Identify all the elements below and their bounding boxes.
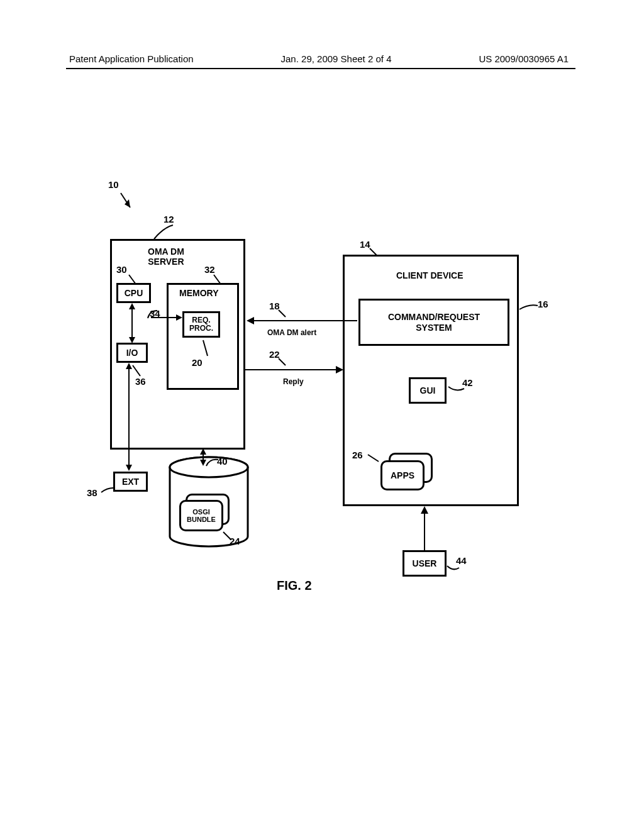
svg-marker-12 <box>126 363 132 369</box>
svg-line-27 <box>368 455 379 462</box>
user-label: USER <box>413 558 437 568</box>
ref-42-lead <box>447 385 465 394</box>
ref-14-lead <box>368 246 380 258</box>
svg-marker-7 <box>129 303 135 309</box>
ref-24-lead <box>221 530 234 541</box>
ref-18-lead <box>277 308 289 319</box>
header-left: Patent Application Publication <box>69 53 194 64</box>
cpu-io-arrow <box>126 303 138 343</box>
alert-label: OMA DM alert <box>267 328 316 337</box>
svg-line-16 <box>223 532 231 540</box>
ref-38-lead <box>99 486 115 495</box>
ref-10-lead <box>116 189 135 214</box>
io-box: I/O <box>116 343 148 363</box>
svg-marker-29 <box>421 506 428 514</box>
page-header: Patent Application Publication Jan. 29, … <box>0 53 644 64</box>
req-proc-label: REQ. PROC. <box>189 316 213 333</box>
svg-marker-8 <box>129 337 135 343</box>
svg-marker-19 <box>200 460 206 466</box>
ref-26: 26 <box>352 450 363 460</box>
ref-38: 38 <box>87 487 97 498</box>
header-right: US 2009/0030965 A1 <box>479 53 569 64</box>
apps-label: APPS <box>391 470 414 480</box>
svg-marker-13 <box>126 465 132 471</box>
figure-2-diagram: 10 OMA DM SERVER 12 30 32 CPU MEMORY REQ… <box>82 189 572 616</box>
memory-label: MEMORY <box>179 288 218 298</box>
ref-26-lead <box>366 453 382 464</box>
ref-30: 30 <box>116 264 127 275</box>
cpu-memory-arrow <box>151 311 182 324</box>
io-ext-arrow <box>123 363 135 473</box>
gui-label: GUI <box>420 385 436 396</box>
req-proc-box: REQ. PROC. <box>182 311 220 338</box>
svg-line-4 <box>203 340 208 356</box>
ext-box: EXT <box>113 472 148 492</box>
svg-line-23 <box>279 310 286 317</box>
header-middle: Jan. 29, 2009 Sheet 2 of 4 <box>281 53 392 64</box>
reply-arrow <box>245 363 345 376</box>
io-label: I/O <box>126 348 138 358</box>
ref-20-lead <box>201 338 214 358</box>
user-client-arrow <box>418 506 431 551</box>
ref-20: 20 <box>192 357 203 368</box>
alert-arrow <box>245 314 358 327</box>
header-rule <box>66 68 575 69</box>
svg-line-20 <box>370 248 377 255</box>
apps-box-front: APPS <box>380 460 425 490</box>
svg-marker-18 <box>200 448 206 455</box>
server-title: OMA DM SERVER <box>148 246 184 267</box>
gui-box: GUI <box>409 377 447 404</box>
osgi-label: OSGI BUNDLE <box>187 508 216 523</box>
cpu-box: CPU <box>116 283 151 303</box>
ref-16-lead <box>518 302 540 311</box>
svg-line-26 <box>279 358 286 365</box>
svg-marker-22 <box>247 317 254 324</box>
reply-label: Reply <box>283 377 304 386</box>
server-db-arrow <box>197 448 209 467</box>
cmd-req-box: COMMAND/REQUEST SYSTEM <box>358 299 509 346</box>
cpu-label: CPU <box>125 288 143 298</box>
osgi-box-front: OSGI BUNDLE <box>179 500 223 531</box>
user-box: USER <box>402 550 447 577</box>
ref-22-lead <box>277 357 289 368</box>
client-title: CLIENT DEVICE <box>396 270 464 280</box>
cmd-req-label: COMMAND/REQUEST SYSTEM <box>388 312 480 333</box>
figure-caption: FIG. 2 <box>277 578 312 593</box>
ref-12-lead <box>151 221 182 243</box>
ref-44-lead <box>445 564 461 577</box>
ext-label: EXT <box>122 477 139 487</box>
svg-marker-25 <box>336 366 343 374</box>
svg-marker-10 <box>176 314 182 321</box>
